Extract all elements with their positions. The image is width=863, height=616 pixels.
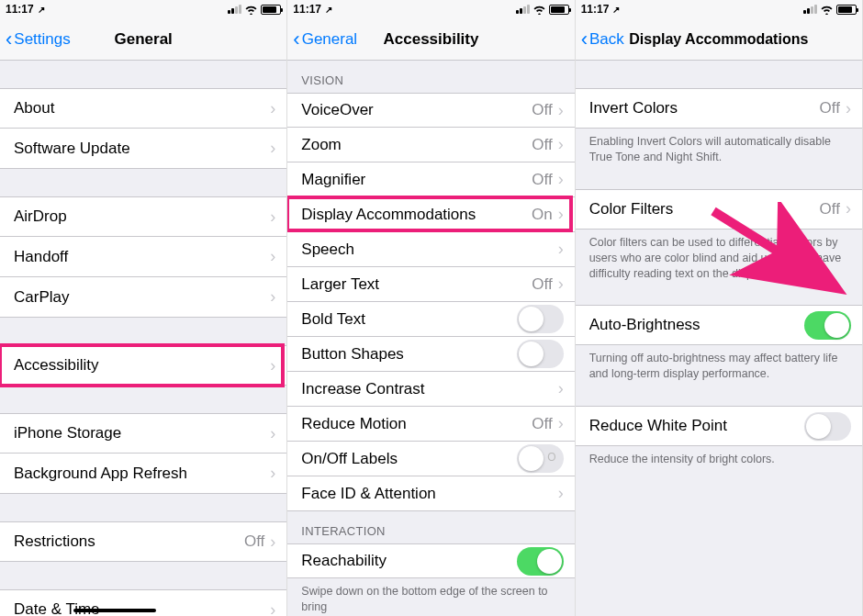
footer-auto-brightness: Turning off auto-brightness may affect b… <box>576 345 862 389</box>
location-icon: ↗ <box>612 5 620 15</box>
nav-bar: ‹ Settings General <box>0 18 286 61</box>
cell-iphone-storage[interactable]: iPhone Storage› <box>0 413 286 454</box>
battery-icon <box>261 5 281 15</box>
chevron-right-icon: › <box>558 135 564 154</box>
chevron-left-icon: ‹ <box>581 29 588 50</box>
cell-reachability[interactable]: Reachability <box>287 543 574 578</box>
cell-signal-icon <box>803 5 817 14</box>
toggle-reduce-white-point[interactable] <box>804 412 851 441</box>
cell-invert-colors[interactable]: Invert ColorsOff› <box>576 88 862 129</box>
cell-about[interactable]: About› <box>0 88 286 129</box>
cell-color-filters[interactable]: Color FiltersOff› <box>576 189 862 230</box>
cell-voiceover[interactable]: VoiceOverOff› <box>287 93 574 128</box>
cell-background-app-refresh[interactable]: Background App Refresh› <box>0 454 286 494</box>
footer-color-filters: Color filters can be used to differentia… <box>576 230 862 289</box>
chevron-right-icon: › <box>270 207 275 227</box>
cell-display-accommodations[interactable]: Display AccommodationsOn› <box>287 197 574 232</box>
cell-airdrop[interactable]: AirDrop› <box>0 196 286 237</box>
screen-general: 11:17 ↗ ‹ Settings General About› Softwa… <box>0 0 287 616</box>
toggle-on-off-labels[interactable] <box>517 444 564 473</box>
chevron-right-icon: › <box>270 464 275 483</box>
cell-magnifier[interactable]: MagnifierOff› <box>287 162 574 197</box>
chevron-right-icon: › <box>270 600 275 617</box>
chevron-left-icon: ‹ <box>6 29 12 50</box>
chevron-right-icon: › <box>270 356 275 375</box>
footer-reachability: Swipe down on the bottom edge of the scr… <box>287 578 574 616</box>
nav-bar: ‹ General Accessibility <box>287 18 574 61</box>
cell-zoom[interactable]: ZoomOff› <box>287 128 574 162</box>
toggle-button-shapes[interactable] <box>517 340 564 368</box>
battery-icon <box>549 5 569 15</box>
cell-accessibility[interactable]: Accessibility› <box>0 345 286 386</box>
cell-face-id-attention[interactable]: Face ID & Attention› <box>287 476 574 511</box>
cell-reduce-motion[interactable]: Reduce MotionOff› <box>287 407 574 442</box>
cell-signal-icon <box>228 5 241 14</box>
nav-bar: ‹ Back Display Accommodations <box>576 18 862 61</box>
chevron-right-icon: › <box>270 532 275 552</box>
display-accommodations-list: Invert ColorsOff› Enabling Invert Colors… <box>576 61 862 475</box>
cell-increase-contrast[interactable]: Increase Contrast› <box>287 372 574 407</box>
cell-larger-text[interactable]: Larger TextOff› <box>287 267 574 302</box>
cell-signal-icon <box>516 5 530 14</box>
chevron-right-icon: › <box>270 424 275 443</box>
chevron-right-icon: › <box>558 240 564 259</box>
back-button[interactable]: ‹ Settings <box>6 29 71 50</box>
cell-bold-text[interactable]: Bold Text <box>287 302 574 337</box>
section-header-vision: VISION <box>287 61 574 93</box>
back-label: Back <box>589 30 624 49</box>
chevron-right-icon: › <box>558 414 564 433</box>
chevron-right-icon: › <box>270 139 275 158</box>
back-label: Settings <box>14 30 70 49</box>
status-bar: 11:17 ↗ <box>576 0 862 18</box>
footer-invert-colors: Enabling Invert Colors will automaticall… <box>576 129 862 173</box>
cell-handoff[interactable]: Handoff› <box>0 237 286 277</box>
toggle-reachability[interactable] <box>517 547 564 576</box>
status-bar: 11:17 ↗ <box>0 0 286 18</box>
chevron-right-icon: › <box>558 484 564 503</box>
cell-restrictions[interactable]: RestrictionsOff› <box>0 521 286 562</box>
chevron-right-icon: › <box>558 379 564 398</box>
chevron-right-icon: › <box>558 101 564 120</box>
settings-list: About› Software Update› AirDrop› Handoff… <box>0 61 286 616</box>
accessibility-list: VISION VoiceOverOff› ZoomOff› MagnifierO… <box>287 61 574 616</box>
chevron-right-icon: › <box>558 274 564 294</box>
chevron-right-icon: › <box>270 247 275 266</box>
section-header-interaction: INTERACTION <box>287 511 574 543</box>
wifi-icon <box>532 5 546 15</box>
chevron-right-icon: › <box>846 99 851 118</box>
chevron-right-icon: › <box>558 205 564 224</box>
status-time: 11:17 <box>6 3 34 16</box>
screen-accessibility: 11:17 ↗ ‹ General Accessibility VISION V… <box>287 0 575 616</box>
wifi-icon <box>244 5 258 15</box>
cell-software-update[interactable]: Software Update› <box>0 129 286 169</box>
chevron-right-icon: › <box>558 170 564 189</box>
chevron-right-icon: › <box>270 287 275 307</box>
chevron-left-icon: ‹ <box>293 29 299 50</box>
status-time: 11:17 <box>581 3 610 16</box>
wifi-icon <box>820 5 834 15</box>
back-button[interactable]: ‹ General <box>293 29 357 50</box>
location-icon: ↗ <box>38 5 45 15</box>
screen-display-accommodations: 11:17 ↗ ‹ Back Display Accommodations In… <box>576 0 863 616</box>
back-label: General <box>302 30 357 49</box>
cell-button-shapes[interactable]: Button Shapes <box>287 337 574 372</box>
cell-carplay[interactable]: CarPlay› <box>0 277 286 318</box>
cell-speech[interactable]: Speech› <box>287 232 574 267</box>
chevron-right-icon: › <box>270 99 275 118</box>
chevron-right-icon: › <box>846 199 851 218</box>
battery-icon <box>836 5 857 15</box>
cell-reduce-white-point[interactable]: Reduce White Point <box>576 406 862 446</box>
toggle-auto-brightness[interactable] <box>804 311 851 340</box>
status-bar: 11:17 ↗ <box>287 0 574 18</box>
cell-on-off-labels[interactable]: On/Off Labels <box>287 442 574 476</box>
location-icon: ↗ <box>325 5 332 15</box>
back-button[interactable]: ‹ Back <box>581 29 624 50</box>
toggle-bold-text[interactable] <box>517 305 564 333</box>
status-time: 11:17 <box>293 3 321 16</box>
footer-reduce-white-point: Reduce the intensity of bright colors. <box>576 446 862 475</box>
cell-auto-brightness[interactable]: Auto-Brightness <box>576 305 862 345</box>
